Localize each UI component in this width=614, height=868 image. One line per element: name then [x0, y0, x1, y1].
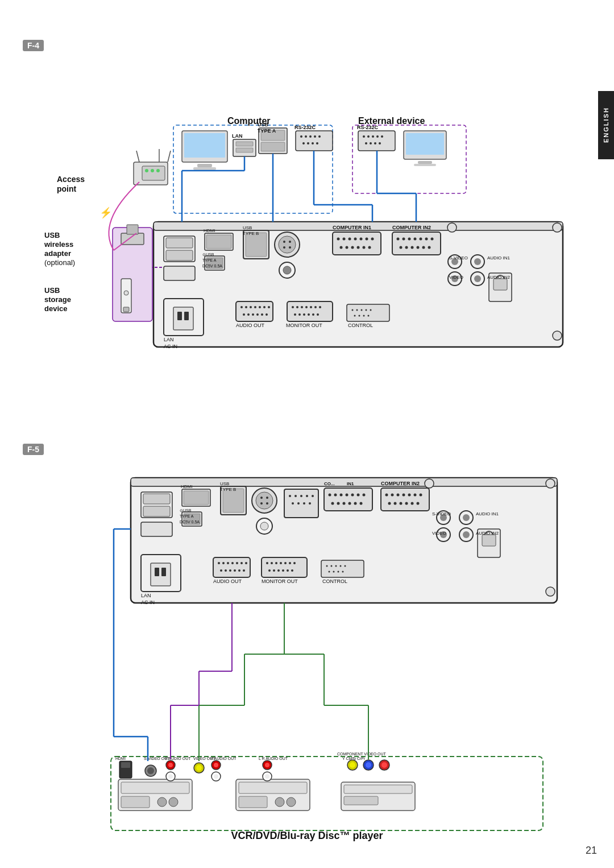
svg-rect-196: [123, 307, 129, 312]
svg-point-227: [292, 502, 294, 505]
svg-point-232: [329, 494, 331, 497]
svg-rect-245: [381, 488, 429, 511]
page-number: 21: [586, 845, 597, 857]
svg-point-145: [367, 135, 370, 138]
svg-text:USB: USB: [258, 122, 269, 127]
svg-point-214: [256, 492, 273, 509]
svg-text:AUDIO OUT: AUDIO OUT: [236, 323, 265, 328]
svg-text:AUDIO IN2: AUDIO IN2: [487, 275, 511, 280]
svg-point-14: [279, 236, 296, 253]
svg-rect-188: [142, 166, 165, 180]
svg-rect-310: [482, 535, 496, 546]
svg-point-275: [220, 569, 222, 572]
svg-point-92: [359, 315, 360, 317]
svg-point-341: [275, 797, 284, 807]
svg-point-28: [371, 238, 374, 241]
svg-text:RS-232C: RS-232C: [357, 125, 379, 130]
svg-point-268: [218, 562, 220, 564]
svg-point-45: [411, 246, 414, 249]
svg-point-20: [283, 266, 291, 274]
svg-text:S-VIDEO: S-VIDEO: [432, 511, 451, 516]
svg-rect-156: [414, 164, 436, 166]
svg-point-70: [265, 313, 268, 316]
svg-point-351: [168, 763, 173, 767]
svg-rect-212: [223, 489, 244, 512]
svg-rect-85: [347, 304, 389, 321]
svg-rect-154: [406, 133, 444, 155]
svg-point-24: [349, 238, 351, 241]
svg-point-86: [352, 309, 354, 311]
svg-point-65: [243, 313, 245, 316]
svg-point-251: [414, 494, 417, 497]
svg-point-23: [343, 238, 346, 241]
svg-point-223: [294, 495, 297, 497]
svg-point-229: [303, 502, 305, 505]
svg-rect-231: [324, 488, 372, 511]
svg-point-56: [474, 275, 481, 282]
svg-point-342: [287, 797, 296, 807]
svg-point-243: [354, 502, 357, 505]
svg-point-286: [284, 562, 287, 564]
svg-point-252: [420, 494, 422, 497]
svg-point-217: [260, 502, 263, 505]
svg-point-25: [354, 238, 357, 241]
svg-point-236: [351, 494, 354, 497]
svg-point-304: [342, 571, 344, 573]
svg-point-58: [240, 306, 243, 308]
svg-point-336: [157, 797, 167, 807]
svg-point-277: [229, 569, 231, 572]
svg-point-69: [261, 313, 263, 316]
svg-point-141: [316, 142, 318, 144]
svg-point-253: [388, 502, 391, 505]
svg-rect-128: [236, 148, 253, 152]
svg-text:L  R  AUDIO OUT: L R AUDIO OUT: [259, 757, 288, 760]
svg-rect-155: [418, 161, 432, 164]
svg-point-272: [236, 562, 238, 564]
svg-text:CONTROL: CONTROL: [322, 578, 347, 584]
svg-text:Y  CbPb  CrPr: Y CbPb CrPr: [342, 757, 366, 760]
svg-point-191: [156, 169, 160, 172]
svg-text:USB: USB: [220, 481, 229, 486]
svg-text:TYPE A: TYPE A: [258, 128, 276, 134]
svg-text:storage: storage: [44, 295, 71, 304]
svg-rect-202: [131, 478, 557, 486]
svg-text:TYPE A: TYPE A: [180, 514, 194, 518]
svg-point-249: [403, 494, 405, 497]
svg-point-152: [379, 142, 381, 144]
svg-point-313: [546, 587, 555, 596]
svg-point-46: [417, 246, 420, 249]
svg-point-294: [291, 569, 293, 572]
svg-point-224: [300, 495, 302, 497]
svg-point-240: [337, 502, 340, 505]
svg-text:TYPE B: TYPE B: [243, 231, 259, 236]
svg-point-233: [334, 494, 337, 497]
svg-point-298: [335, 565, 337, 567]
figure-label-f5: F-5: [23, 444, 44, 455]
svg-point-148: [381, 135, 383, 138]
svg-rect-208: [184, 491, 209, 505]
svg-text:AUDIO IN2: AUDIO IN2: [476, 531, 499, 536]
svg-rect-281: [262, 557, 307, 577]
svg-text:COMPUTER IN1: COMPUTER IN1: [333, 225, 371, 230]
svg-rect-344: [344, 785, 412, 793]
svg-rect-4: [166, 238, 193, 248]
svg-text:TYPE B: TYPE B: [220, 487, 236, 492]
svg-point-220: [260, 522, 268, 530]
svg-point-269: [222, 562, 225, 564]
svg-point-254: [394, 502, 397, 505]
svg-rect-35: [392, 232, 441, 255]
svg-point-244: [360, 502, 363, 505]
svg-point-134: [305, 135, 307, 138]
svg-text:USB: USB: [44, 286, 60, 295]
svg-point-300: [345, 565, 346, 567]
svg-point-302: [333, 571, 335, 573]
svg-text:(optional): (optional): [44, 258, 75, 267]
svg-text:⊙USB: ⊙USB: [202, 253, 214, 257]
svg-rect-127: [236, 142, 253, 146]
svg-point-31: [351, 246, 354, 249]
svg-point-36: [397, 238, 400, 241]
svg-point-66: [247, 313, 250, 316]
svg-point-144: [363, 135, 365, 138]
svg-text:DC5V 0.5A: DC5V 0.5A: [202, 264, 222, 268]
svg-point-222: [289, 495, 291, 497]
